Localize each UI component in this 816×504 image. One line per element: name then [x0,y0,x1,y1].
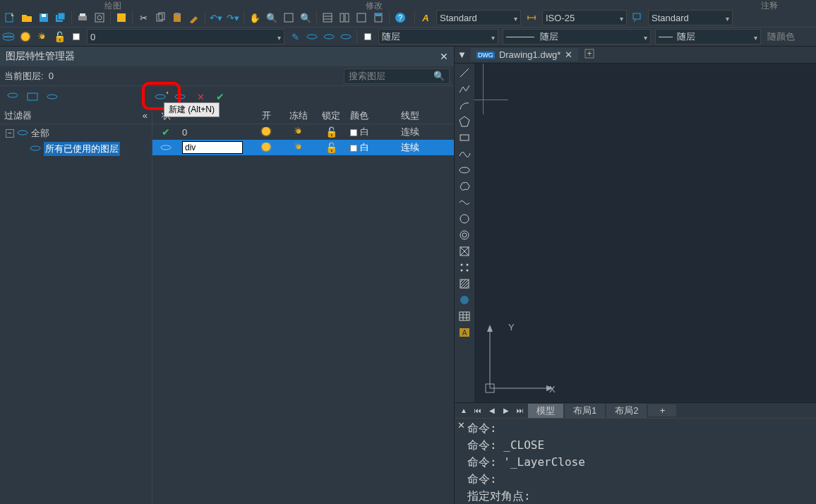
sun-icon[interactable] [294,142,304,152]
wave-icon[interactable] [456,195,473,210]
polyline-icon[interactable] [456,81,473,97]
tabs-prev-icon[interactable]: ◀ [486,404,498,417]
drawing-canvas[interactable]: Y X [474,64,816,402]
tab-layout2[interactable]: 布局2 [606,404,647,418]
layer-row-0[interactable]: ✔ 0 🔓 白 连续 [152,124,454,140]
command-window[interactable]: ✕ 命令: 命令: _CLOSE 命令: '_LayerClose 命令: 指定… [455,418,816,504]
table-icon[interactable] [456,308,473,324]
layer-prop-icon[interactable] [1,29,16,44]
textstyle-dropdown[interactable]: Standard [436,10,521,25]
mtext-icon[interactable]: A [456,325,473,340]
tree-item-used[interactable]: 所有已使用的图层 [0,141,152,157]
layer-row-new[interactable]: 🔓 白 连续 [152,140,454,155]
bulb-icon[interactable] [262,143,270,151]
command-close-icon[interactable]: ✕ [455,419,467,504]
polygon-icon[interactable] [456,114,473,129]
layer-name-input[interactable] [182,141,243,154]
lineweight-dropdown[interactable]: 随层 [655,29,761,44]
tab-add[interactable]: + [648,404,676,416]
spline-icon[interactable] [456,146,473,162]
tree-item-all[interactable]: − 全部 [0,126,152,141]
region-icon[interactable] [456,292,473,308]
layer-prev-icon[interactable]: ✎ [287,29,303,44]
hatch-icon[interactable] [456,276,473,292]
layer-state-icon[interactable] [304,29,320,44]
tabs-last-icon[interactable]: ⏭ [514,404,527,417]
col-on[interactable]: 开 [250,109,282,122]
tabs-menu-icon[interactable]: ▼ [457,49,467,60]
toolpalettes-icon[interactable] [354,10,369,25]
document-tab[interactable]: DWG Drawing1.dwg* ✕ [471,48,578,61]
tree-collapse-icon[interactable]: − [6,129,14,138]
close-icon[interactable]: ✕ [440,51,448,62]
save-icon[interactable] [36,10,52,25]
open-icon[interactable] [19,10,35,25]
new-group-filter-icon[interactable] [25,89,40,104]
mleaderstyle-dropdown[interactable]: Standard [648,10,733,25]
linetype-1[interactable]: 连续 [398,141,440,154]
copy-icon[interactable] [152,10,168,25]
color-swatch-icon[interactable] [360,29,376,44]
undo-dd-icon[interactable] [114,10,129,25]
col-lock[interactable]: 锁定 [315,109,347,122]
block-icon[interactable] [456,244,473,259]
donut-icon[interactable] [456,227,473,243]
color-dropdown[interactable]: 随层 [378,29,498,44]
preview-icon[interactable] [92,10,107,25]
tabs-up-icon[interactable]: ▲ [457,404,470,417]
redo-icon[interactable]: ↷▾ [225,10,241,25]
lock-open-icon[interactable]: 🔓 [325,142,337,153]
color-swatch[interactable] [350,145,357,152]
tabs-next-icon[interactable]: ▶ [500,404,512,417]
lock-open-icon[interactable]: 🔓 [325,126,337,138]
line-icon[interactable] [456,65,473,80]
layer-search-input[interactable]: 搜索图层 🔍 [344,68,450,84]
properties-icon[interactable] [320,10,335,25]
tab-layout1[interactable]: 布局1 [565,404,605,418]
zoom-win-icon[interactable] [281,10,296,25]
cut-icon[interactable]: ✂ [136,10,151,25]
tab-model[interactable]: 模型 [528,404,563,418]
undo-icon[interactable]: ↶▾ [208,10,224,25]
help-icon[interactable]: ? [392,10,408,25]
tab-close-icon[interactable]: ✕ [565,49,572,60]
layer-color-icon[interactable] [68,29,84,44]
circle-icon[interactable] [456,211,473,227]
linetype-0[interactable]: 连续 [398,126,440,138]
designcenter-icon[interactable] [337,10,352,25]
linetype-dropdown[interactable]: 随层 [503,29,651,44]
zoom-rt-icon[interactable]: 🔍 [264,10,280,25]
layer-lock-icon[interactable]: 🔓 [52,29,67,44]
revcloud-icon[interactable] [456,179,473,194]
dimstyle-dropdown[interactable]: ISO-25 [542,10,627,25]
bulb-icon[interactable] [262,127,270,136]
col-color[interactable]: 颜色 [347,109,398,122]
textstyle-icon[interactable]: A [418,10,433,25]
col-linetype[interactable]: 线型 [398,109,440,122]
layer-on-icon[interactable] [18,29,33,44]
new-property-filter-icon[interactable] [5,89,20,104]
color-swatch[interactable] [350,129,357,136]
layer-iso-icon[interactable] [321,29,337,44]
layer-states-icon[interactable] [44,89,60,104]
paste-icon[interactable] [169,10,185,25]
plot-icon[interactable] [75,10,90,25]
calculator-icon[interactable] [371,10,386,25]
new-icon[interactable] [2,10,18,25]
current-layer-dropdown[interactable]: 0 [87,29,284,44]
pan-icon[interactable]: ✋ [247,10,263,25]
point-icon[interactable] [456,260,473,275]
matchprop-icon[interactable] [186,10,202,25]
layer-freeze-icon[interactable] [35,29,50,44]
col-freeze[interactable]: 冻结 [282,109,315,122]
ellipse-icon[interactable] [456,162,473,178]
collapse-button[interactable]: « [143,110,148,121]
layer-uniso-icon[interactable] [338,29,354,44]
arc-icon[interactable] [456,97,473,113]
tabs-first-icon[interactable]: ⏮ [472,404,484,417]
new-tab-icon[interactable]: + [584,48,595,61]
dimstyle-icon[interactable] [524,10,539,25]
mleaderstyle-icon[interactable] [630,10,645,25]
rectangle-icon[interactable] [456,130,473,145]
saveall-icon[interactable] [53,10,68,25]
